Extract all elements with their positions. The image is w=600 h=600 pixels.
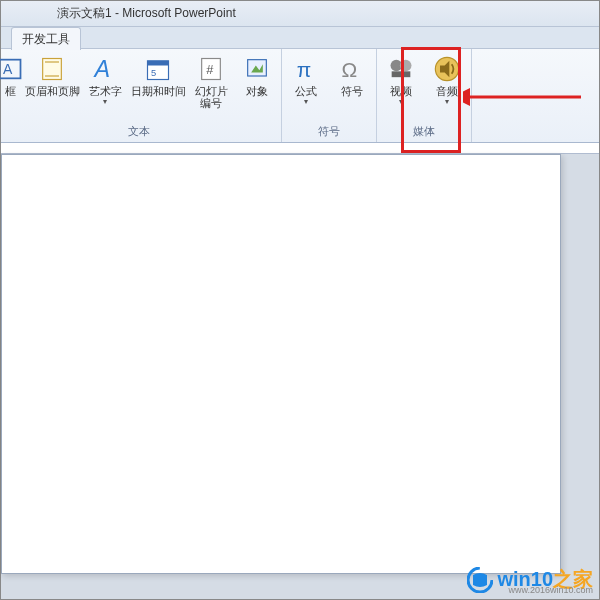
object-button[interactable]: 对象 bbox=[237, 53, 277, 111]
datetime-label: 日期和时间 bbox=[131, 85, 186, 97]
header-footer-button[interactable]: 页眉和页脚 bbox=[25, 53, 79, 111]
slide-number-icon: # bbox=[197, 55, 225, 83]
equation-icon: π bbox=[292, 55, 320, 83]
textbox-button[interactable]: A 框 bbox=[1, 53, 19, 111]
app-window: 演示文稿1 - Microsoft PowerPoint 开发工具 A 框 bbox=[0, 0, 600, 600]
header-footer-label: 页眉和页脚 bbox=[25, 85, 80, 97]
group-media-items: 视频 ▾ 音频 ▾ bbox=[381, 53, 467, 107]
dropdown-icon: ▾ bbox=[399, 99, 403, 105]
svg-text:#: # bbox=[206, 62, 214, 77]
svg-text:A: A bbox=[3, 61, 13, 77]
slide-area bbox=[1, 153, 599, 599]
audio-label: 音频 bbox=[436, 85, 458, 97]
svg-text:Ω: Ω bbox=[342, 58, 358, 81]
window-title: 演示文稿1 - Microsoft PowerPoint bbox=[57, 5, 236, 22]
tab-label: 开发工具 bbox=[22, 32, 70, 46]
dropdown-icon: ▾ bbox=[304, 99, 308, 105]
textbox-icon: A bbox=[0, 55, 24, 83]
group-media: 视频 ▾ 音频 ▾ 媒体 bbox=[377, 49, 472, 142]
dropdown-icon: ▾ bbox=[445, 99, 449, 105]
slide-number-label: 幻灯片 编号 bbox=[195, 85, 228, 109]
group-text-label: 文本 bbox=[1, 122, 277, 140]
group-symbols: π 公式 ▾ Ω 符号 符号 bbox=[282, 49, 377, 142]
group-text-items: A 框 页眉和页脚 A 艺术字 ▾ bbox=[1, 53, 277, 111]
svg-rect-7 bbox=[148, 61, 169, 66]
equation-label: 公式 bbox=[295, 85, 317, 97]
symbol-button[interactable]: Ω 符号 bbox=[332, 53, 372, 107]
video-button[interactable]: 视频 ▾ bbox=[381, 53, 421, 107]
group-media-label: 媒体 bbox=[381, 122, 467, 140]
group-symbols-items: π 公式 ▾ Ω 符号 bbox=[286, 53, 372, 107]
wordart-label: 艺术字 bbox=[89, 85, 122, 97]
video-icon bbox=[387, 55, 415, 83]
wordart-button[interactable]: A 艺术字 ▾ bbox=[85, 53, 125, 111]
audio-icon bbox=[433, 55, 461, 83]
symbol-label: 符号 bbox=[341, 85, 363, 97]
datetime-button[interactable]: 5 日期和时间 bbox=[131, 53, 185, 111]
ribbon: A 框 页眉和页脚 A 艺术字 ▾ bbox=[1, 49, 599, 143]
svg-text:π: π bbox=[297, 58, 312, 81]
svg-text:A: A bbox=[93, 56, 111, 82]
svg-point-16 bbox=[400, 60, 412, 72]
group-symbols-label: 符号 bbox=[286, 122, 372, 140]
svg-text:5: 5 bbox=[151, 68, 156, 78]
video-label: 视频 bbox=[390, 85, 412, 97]
watermark: win10之家 www.2016win10.com bbox=[467, 566, 593, 593]
slide-number-button[interactable]: # 幻灯片 编号 bbox=[191, 53, 231, 111]
watermark-url: www.2016win10.com bbox=[508, 585, 593, 595]
object-icon bbox=[243, 55, 271, 83]
datetime-icon: 5 bbox=[144, 55, 172, 83]
symbol-icon: Ω bbox=[338, 55, 366, 83]
slide-canvas[interactable] bbox=[1, 154, 561, 574]
wordart-icon: A bbox=[91, 55, 119, 83]
ribbon-tabstrip: 开发工具 bbox=[1, 27, 599, 49]
title-bar: 演示文稿1 - Microsoft PowerPoint bbox=[1, 1, 599, 27]
dropdown-icon: ▾ bbox=[103, 99, 107, 105]
svg-rect-17 bbox=[392, 71, 411, 77]
textbox-label: 框 bbox=[5, 85, 16, 97]
object-label: 对象 bbox=[246, 85, 268, 97]
tab-developer[interactable]: 开发工具 bbox=[11, 27, 81, 50]
watermark-logo-icon bbox=[467, 567, 493, 593]
audio-button[interactable]: 音频 ▾ bbox=[427, 53, 467, 107]
header-footer-icon bbox=[38, 55, 66, 83]
group-text: A 框 页眉和页脚 A 艺术字 ▾ bbox=[1, 49, 282, 142]
equation-button[interactable]: π 公式 ▾ bbox=[286, 53, 326, 107]
